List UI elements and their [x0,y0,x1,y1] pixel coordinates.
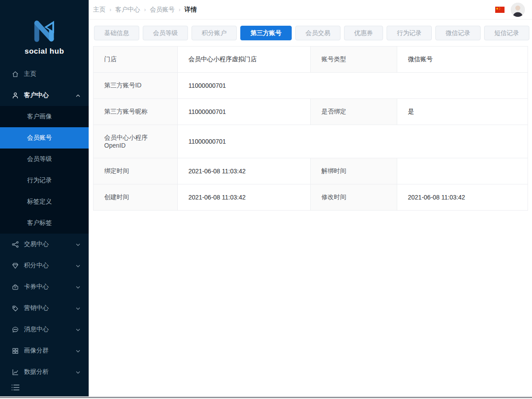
user-avatar[interactable] [511,3,525,17]
sidebar-item-label: 客户中心 [24,91,75,99]
sidebar-subitem-behavior-records[interactable]: 行为记录 [0,170,89,191]
chevron-down-icon [75,242,81,247]
chevron-down-icon [75,348,81,353]
field-label: 第三方账号ID [94,73,178,99]
app-window: social hub 主页客户中心客户画像会员账号会员等级行为记录标签定义客户标… [0,0,532,399]
sidebar-item-label: 画像分群 [24,347,75,355]
user-icon [12,92,19,99]
topbar-right [495,3,527,17]
sidebar-item-label: 主页 [24,70,81,78]
tab-third-party-account[interactable]: 第三方账号 [240,26,292,40]
sidebar-subitem-label: 客户画像 [27,113,81,121]
sidebar-item-label: 消息中心 [24,325,75,333]
sidebar-item-label: 数据分析 [24,368,75,376]
field-label: 创建时间 [94,184,178,211]
main-area: 主页›客户中心›会员账号›详情 [89,0,532,399]
field-label: 绑定时间 [94,158,178,184]
breadcrumb-separator: › [179,7,180,13]
tab-basic-info[interactable]: 基础信息 [94,26,139,40]
detail-table: 门店会员中心小程序虚拟门店账号类型微信账号第三方账号ID11000000701第… [93,46,528,211]
field-value: 微信账号 [397,47,528,73]
chat-icon [12,326,19,333]
table-row: 绑定时间2021-06-08 11:03:42解绑时间 [94,158,528,184]
sidebar-subitem-customer-profile[interactable]: 客户画像 [0,106,89,127]
breadcrumb-item-current: 详情 [184,6,197,14]
tab-bar: 基础信息会员等级积分账户第三方账号会员交易优惠券行为记录微信记录短信记录 [89,20,532,46]
sidebar-subitem-label: 标签定义 [27,198,81,206]
chevron-down-icon [75,284,81,289]
sidebar-menu: 主页客户中心客户画像会员账号会员等级行为记录标签定义客户标签交易中心积分中心卡券… [0,63,89,383]
share-icon [12,241,19,248]
tab-wechat-records[interactable]: 微信记录 [435,26,481,40]
field-value: 会员中心小程序虚拟门店 [178,47,311,73]
sidebar-item-data-analysis[interactable]: 数据分析 [0,361,89,383]
sidebar-subitem-label: 客户标签 [27,219,81,227]
tab-points-account[interactable]: 积分账户 [192,26,237,40]
brand-logo-icon [28,14,60,46]
sidebar-item-trade-center[interactable]: 交易中心 [0,234,89,255]
field-label: 门店 [94,47,178,73]
sidebar-subitem-label: 会员等级 [27,155,81,163]
field-label: 第三方账号昵称 [94,99,178,125]
sidebar-item-card-coupon-center[interactable]: 卡券中心 [0,276,89,297]
china-flag-language-icon[interactable] [495,7,505,13]
sidebar: social hub 主页客户中心客户画像会员账号会员等级行为记录标签定义客户标… [0,0,89,399]
gem-icon [12,262,19,270]
sidebar-item-label: 卡券中心 [24,283,75,291]
field-value: 11000000701 [178,99,311,125]
table-row: 门店会员中心小程序虚拟门店账号类型微信账号 [94,47,528,73]
field-value: 2021-06-08 11:03:42 [178,184,311,211]
sidebar-item-home[interactable]: 主页 [0,63,89,85]
breadcrumb-item[interactable]: 客户中心 [115,6,140,14]
tab-coupon[interactable]: 优惠券 [344,26,383,40]
submenu-customer-center: 客户画像会员账号会员等级行为记录标签定义客户标签 [0,106,89,234]
field-label: 修改时间 [311,184,397,211]
table-row: 第三方账号昵称11000000701是否绑定是 [94,99,528,125]
sidebar-subitem-label: 行为记录 [27,176,81,184]
breadcrumb-item[interactable]: 主页 [93,6,106,14]
field-label: 是否绑定 [311,99,397,125]
sidebar-subitem-member-level[interactable]: 会员等级 [0,149,89,170]
tag-icon [12,305,19,312]
horizontal-scrollbar[interactable] [0,396,532,399]
grid-icon [12,347,19,355]
sidebar-item-profile-segmentation[interactable]: 画像分群 [0,340,89,361]
brand-name: social hub [24,47,64,56]
tab-member-level[interactable]: 会员等级 [143,26,188,40]
breadcrumb-separator: › [110,7,111,13]
field-label: 会员中心小程序OpenID [94,125,178,158]
sidebar-item-points-center[interactable]: 积分中心 [0,255,89,276]
logo: social hub [0,0,89,63]
top-bar: 主页›客户中心›会员账号›详情 [89,0,532,20]
wallet-icon [12,283,19,291]
chevron-up-icon [75,93,81,98]
sidebar-subitem-customer-tags[interactable]: 客户标签 [0,212,89,234]
sidebar-item-message-center[interactable]: 消息中心 [0,319,89,340]
table-row: 第三方账号ID11000000701 [94,73,528,99]
breadcrumb: 主页›客户中心›会员账号›详情 [93,6,197,14]
sidebar-item-label: 交易中心 [24,240,75,248]
sidebar-item-customer-center[interactable]: 客户中心 [0,85,89,106]
field-value: 11000000701 [178,125,528,158]
tab-member-trade[interactable]: 会员交易 [295,26,340,40]
field-value: 2021-06-08 11:03:42 [178,158,311,184]
tab-behavior-records[interactable]: 行为记录 [387,26,432,40]
field-value: 11000000701 [178,73,528,99]
field-label: 账号类型 [311,47,397,73]
chevron-down-icon [75,369,81,375]
field-value: 是 [397,99,528,125]
breadcrumb-separator: › [144,7,146,13]
chevron-down-icon [75,305,81,311]
sidebar-subitem-member-account[interactable]: 会员账号 [0,127,89,149]
chevron-down-icon [75,327,81,332]
breadcrumb-item[interactable]: 会员账号 [150,6,175,14]
sidebar-collapse-button[interactable] [12,384,20,391]
home-icon [12,70,19,78]
tab-sms-records[interactable]: 短信记录 [484,26,529,40]
sidebar-subitem-tag-definition[interactable]: 标签定义 [0,191,89,212]
horizontal-scrollbar-thumb[interactable] [0,397,532,398]
table-row: 创建时间2021-06-08 11:03:42修改时间2021-06-08 11… [94,184,528,211]
sidebar-item-label: 营销中心 [24,304,75,312]
chart-icon [12,368,19,376]
sidebar-item-marketing-center[interactable]: 营销中心 [0,297,89,319]
